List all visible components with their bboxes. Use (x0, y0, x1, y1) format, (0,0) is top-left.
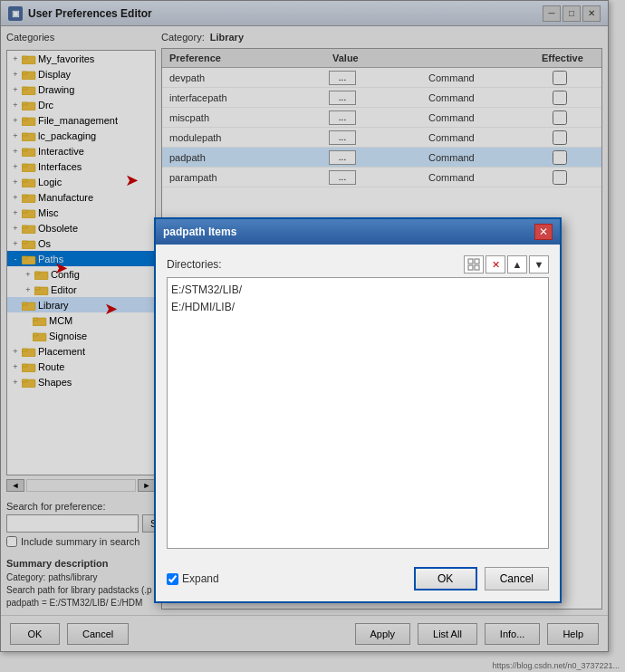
dir-toolbar: ✕ ▲ ▼ (464, 255, 549, 274)
directories-label: Directories: (167, 258, 222, 271)
svg-rect-45 (475, 259, 479, 264)
dialog-ok-button[interactable]: OK (414, 567, 477, 590)
dialog-footer: Expand OK Cancel (156, 560, 560, 601)
directories-box[interactable]: E:/STM32/LIB/ E:/HDMI/LIB/ (167, 277, 549, 549)
grid-icon (467, 258, 480, 271)
directories-header: Directories: ✕ ▲ ▼ (167, 255, 549, 274)
svg-rect-46 (468, 265, 473, 270)
move-up-button[interactable]: ▲ (507, 255, 527, 274)
svg-rect-44 (468, 259, 473, 264)
dialog-cancel-button[interactable]: Cancel (485, 567, 549, 590)
dialog-close-button[interactable]: ✕ (534, 224, 553, 240)
delete-button[interactable]: ✕ (486, 255, 505, 274)
svg-rect-47 (475, 265, 479, 270)
expand-label: Expand (182, 572, 219, 585)
expand-check: Expand (167, 572, 219, 585)
dialog-title: padpath Items (163, 226, 534, 238)
dir-entry-1: E:/STM32/LIB/ (171, 282, 544, 299)
dialog-title-bar: padpath Items ✕ (156, 219, 560, 245)
dir-entry-2: E:/HDMI/LIB/ (171, 299, 544, 316)
move-down-button[interactable]: ▼ (529, 255, 549, 274)
expand-checkbox[interactable] (167, 573, 178, 585)
padpath-items-dialog: padpath Items ✕ Directories: ✕ ▲ (154, 217, 562, 603)
grid-icon-button[interactable] (464, 255, 484, 274)
dialog-content: Directories: ✕ ▲ ▼ (156, 245, 560, 560)
